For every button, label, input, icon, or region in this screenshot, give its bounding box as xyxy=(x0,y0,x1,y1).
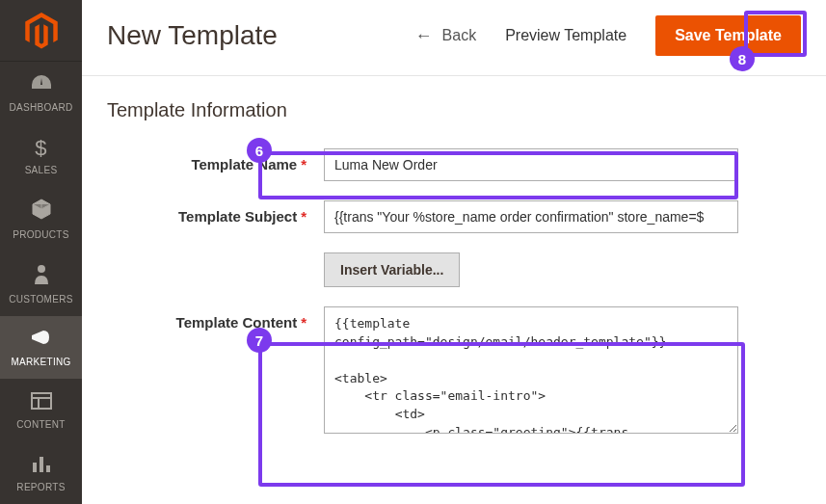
template-name-label: Template Name* xyxy=(107,148,324,172)
svg-point-0 xyxy=(38,265,45,273)
person-icon xyxy=(33,263,50,290)
required-marker: * xyxy=(301,208,306,225)
admin-sidebar: DASHBOARD $ SALES PRODUCTS CUSTOMERS MAR… xyxy=(0,0,82,504)
svg-rect-6 xyxy=(46,465,50,472)
sidebar-label: CUSTOMERS xyxy=(9,294,72,305)
template-subject-label: Template Subject* xyxy=(107,200,324,225)
sidebar-item-reports[interactable]: REPORTS xyxy=(0,441,82,504)
sidebar-label: CONTENT xyxy=(16,419,65,430)
dollar-icon: $ xyxy=(35,136,47,161)
section-title: Template Information xyxy=(107,99,801,121)
template-name-row: Template Name* xyxy=(107,148,801,181)
template-name-input[interactable] xyxy=(324,148,738,181)
logo[interactable] xyxy=(0,0,82,62)
annotation-badge-8: 8 xyxy=(730,46,755,71)
sidebar-item-dashboard[interactable]: DASHBOARD xyxy=(0,62,82,124)
sidebar-label: PRODUCTS xyxy=(13,229,69,240)
template-content-textarea[interactable] xyxy=(324,306,738,434)
page-header: New Template ← Back Preview Template Sav… xyxy=(82,0,826,76)
magento-logo-icon xyxy=(25,13,58,49)
barchart-icon xyxy=(31,453,52,478)
annotation-badge-6: 6 xyxy=(247,138,272,163)
required-marker: * xyxy=(301,314,306,331)
sidebar-label: SALES xyxy=(25,165,58,175)
insert-variable-button[interactable]: Insert Variable... xyxy=(324,252,460,287)
svg-rect-4 xyxy=(33,463,37,472)
back-label: Back xyxy=(442,27,477,44)
sidebar-item-sales[interactable]: $ SALES xyxy=(0,124,82,187)
template-subject-row: Template Subject* xyxy=(107,200,801,233)
sidebar-item-marketing[interactable]: MARKETING xyxy=(0,316,82,379)
page-title: New Template xyxy=(107,20,278,51)
annotation-badge-7: 7 xyxy=(247,328,272,353)
save-template-button[interactable]: Save Template xyxy=(655,15,801,56)
template-subject-input[interactable] xyxy=(324,200,738,233)
template-content-label: Template Content* xyxy=(107,306,324,331)
dashboard-icon xyxy=(30,73,53,98)
box-icon xyxy=(31,199,52,225)
template-information-section: Template Information Template Name* Temp… xyxy=(82,76,826,438)
sidebar-label: REPORTS xyxy=(16,482,65,492)
template-content-row: Template Content* xyxy=(107,306,801,438)
sidebar-item-customers[interactable]: CUSTOMERS xyxy=(0,252,82,316)
sidebar-label: DASHBOARD xyxy=(9,102,72,113)
megaphone-icon xyxy=(30,328,53,353)
svg-rect-5 xyxy=(40,457,43,472)
sidebar-item-content[interactable]: CONTENT xyxy=(0,379,82,441)
insert-variable-row: Insert Variable... xyxy=(107,252,801,287)
sidebar-label: MARKETING xyxy=(11,357,70,367)
sidebar-item-products[interactable]: PRODUCTS xyxy=(0,187,82,252)
preview-template-button[interactable]: Preview Template xyxy=(505,27,626,44)
required-marker: * xyxy=(301,156,306,172)
arrow-left-icon: ← xyxy=(415,26,433,46)
layout-icon xyxy=(31,390,52,415)
svg-rect-1 xyxy=(32,393,51,409)
back-button[interactable]: ← Back xyxy=(415,26,477,46)
main-content: New Template ← Back Preview Template Sav… xyxy=(82,0,826,504)
